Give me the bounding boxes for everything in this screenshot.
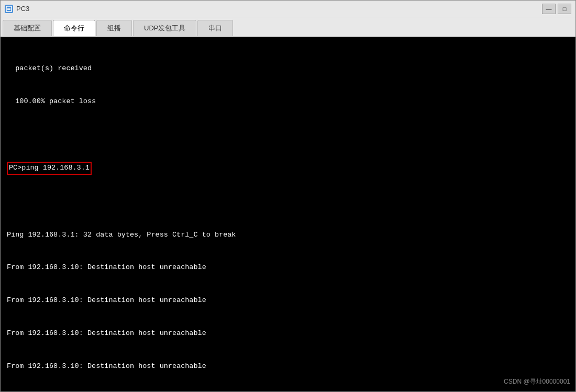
tab-udp[interactable]: UDP发包工具	[133, 20, 196, 36]
terminal-line	[7, 197, 569, 208]
tab-bar: 基础配置 命令行 组播 UDP发包工具 串口	[1, 17, 575, 37]
minimize-button[interactable]: —	[542, 4, 556, 14]
svg-rect-1	[7, 8, 10, 9]
terminal-line: Ping 192.168.3.1: 32 data bytes, Press C…	[7, 230, 569, 241]
command-highlight: PC>ping 192.168.3.1	[7, 162, 92, 175]
svg-rect-0	[6, 6, 12, 12]
title-bar-controls: — □	[542, 4, 571, 14]
svg-rect-2	[7, 9, 10, 10]
tab-basic[interactable]: 基础配置	[3, 20, 52, 36]
terminal-line: 100.00% packet loss	[7, 96, 569, 107]
terminal-line: From 192.168.3.10: Destination host unre…	[7, 328, 569, 339]
terminal[interactable]: packet(s) received 100.00% packet loss P…	[1, 37, 575, 391]
tab-multicast[interactable]: 组播	[96, 20, 132, 36]
tab-serial[interactable]: 串口	[197, 20, 233, 36]
title-bar-left: PC3	[5, 5, 29, 13]
terminal-line: From 192.168.3.10: Destination host unre…	[7, 262, 569, 273]
terminal-line-cmd1: PC>ping 192.168.3.1	[7, 162, 569, 175]
tab-cmd[interactable]: 命令行	[53, 20, 95, 36]
window-title: PC3	[16, 5, 29, 13]
terminal-line: From 192.168.3.10: Destination host unre…	[7, 361, 569, 372]
terminal-line	[7, 129, 569, 140]
title-bar: PC3 — □	[1, 1, 575, 17]
terminal-content: packet(s) received 100.00% packet loss P…	[7, 41, 569, 391]
window-icon	[5, 5, 13, 13]
maximize-button[interactable]: □	[558, 4, 571, 14]
terminal-line: packet(s) received	[7, 63, 569, 74]
main-window: PC3 — □ 基础配置 命令行 组播 UDP发包工具 串口 packet(s)…	[0, 0, 576, 392]
watermark: CSDN @寻址00000001	[504, 377, 570, 386]
terminal-line: From 192.168.3.10: Destination host unre…	[7, 295, 569, 306]
